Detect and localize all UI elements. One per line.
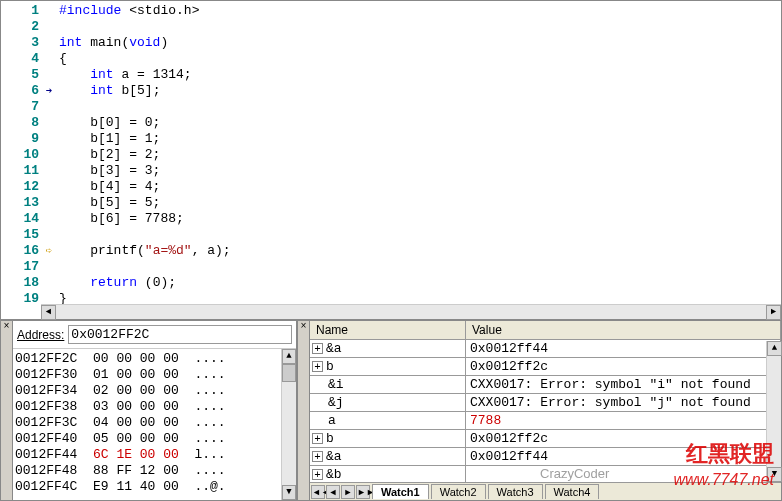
watch-close-button[interactable]: × [298, 321, 310, 500]
watch-value: 0x0012ff44 [466, 340, 781, 357]
watch-value [466, 466, 781, 482]
memory-panel: × Address: 0012FF2C 00 00 00 00 ....0012… [0, 320, 297, 501]
watch-header: Name Value [310, 321, 781, 340]
watch-name: &i [328, 376, 344, 394]
watch-name: &b [326, 466, 342, 483]
scroll-down-button[interactable]: ▼ [767, 467, 782, 482]
watch-row[interactable]: +b0x0012ff2c [310, 358, 781, 376]
watch-tab[interactable]: Watch3 [488, 484, 543, 499]
watch-row[interactable]: &jCXX0017: Error: symbol "j" not found [310, 394, 781, 412]
watch-name: &j [328, 394, 344, 412]
watch-value: 0x0012ff2c [466, 430, 781, 447]
memory-hex-view[interactable]: 0012FF2C 00 00 00 00 ....0012FF30 01 00 … [13, 349, 296, 500]
watch-tab[interactable]: Watch4 [545, 484, 600, 499]
watch-name: &a [326, 448, 342, 466]
watch-rows[interactable]: +&a0x0012ff44+b0x0012ff2c&iCXX0017: Erro… [310, 340, 781, 482]
tab-nav-button[interactable]: ◄◄ [311, 485, 325, 499]
watch-value: 0x0012ff2c [466, 358, 781, 375]
marker-column: ➔➪ [41, 1, 57, 306]
watch-header-name[interactable]: Name [310, 321, 466, 339]
watch-name: a [328, 412, 336, 430]
watch-row[interactable]: +&a0x0012ff44 [310, 340, 781, 358]
watch-tab[interactable]: Watch1 [372, 484, 429, 499]
expand-icon[interactable]: + [312, 361, 323, 372]
watch-row[interactable]: +&a0x0012ff44 [310, 448, 781, 466]
tab-nav-button[interactable]: ◄ [326, 485, 340, 499]
expand-icon[interactable]: + [312, 451, 323, 462]
watch-row[interactable]: a7788 [310, 412, 781, 430]
scroll-thumb[interactable] [282, 364, 296, 382]
scroll-down-button[interactable]: ▼ [282, 485, 296, 500]
watch-tabs: ◄◄◄►►►Watch1Watch2Watch3Watch4 [310, 482, 781, 500]
watch-vertical-scrollbar[interactable]: ▲ ▼ [766, 341, 781, 482]
watch-row[interactable]: +&b [310, 466, 781, 482]
scroll-left-button[interactable]: ◄ [41, 305, 56, 320]
address-input[interactable] [68, 325, 292, 344]
watch-name: b [326, 430, 334, 448]
watch-row[interactable]: +b0x0012ff2c [310, 430, 781, 448]
watch-name: &a [326, 340, 342, 358]
scroll-right-button[interactable]: ► [766, 305, 781, 320]
watch-header-value[interactable]: Value [466, 321, 781, 339]
tab-nav-button[interactable]: ►► [356, 485, 370, 499]
watch-value: 0x0012ff44 [466, 448, 781, 465]
address-label: Address: [17, 328, 68, 342]
line-number-gutter: 12345678910111213141516171819 [1, 1, 41, 306]
memory-vertical-scrollbar[interactable]: ▲ ▼ [281, 349, 296, 500]
watch-row[interactable]: &iCXX0017: Error: symbol "i" not found [310, 376, 781, 394]
watch-panel: × Name Value +&a0x0012ff44+b0x0012ff2c&i… [297, 320, 782, 501]
watch-name: b [326, 358, 334, 376]
scroll-up-button[interactable]: ▲ [282, 349, 296, 364]
watch-value: 7788 [466, 412, 781, 429]
horizontal-scrollbar[interactable]: ◄ ► [41, 304, 781, 319]
memory-close-button[interactable]: × [1, 321, 13, 500]
expand-icon[interactable]: + [312, 343, 323, 354]
tab-nav-button[interactable]: ► [341, 485, 355, 499]
watch-tab[interactable]: Watch2 [431, 484, 486, 499]
scroll-up-button[interactable]: ▲ [767, 341, 782, 356]
watch-value: CXX0017: Error: symbol "i" not found [466, 376, 781, 393]
expand-icon[interactable]: + [312, 433, 323, 444]
code-text-area[interactable]: #include <stdio.h>int main(void){ int a … [57, 1, 781, 306]
expand-icon[interactable]: + [312, 469, 323, 480]
code-editor-panel: 12345678910111213141516171819 ➔➪ #includ… [0, 0, 782, 320]
watch-value: CXX0017: Error: symbol "j" not found [466, 394, 781, 411]
